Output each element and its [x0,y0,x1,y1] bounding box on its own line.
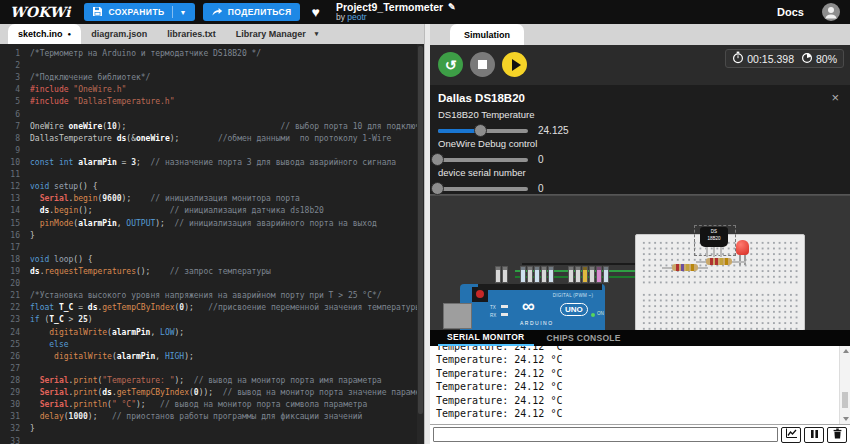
slider-thumb[interactable] [474,124,487,137]
code-editor[interactable]: 1/*Термометр на Arduino и термодатчике D… [0,44,424,444]
wire-terminal[interactable] [582,266,588,283]
diagram-canvas[interactable]: DIGITAL (PWM ~) ∞ UNO ARDUINO TX RX ON [430,195,850,330]
monitor-tab-serial-monitor[interactable]: SERIAL MONITOR [438,330,534,346]
red-led[interactable] [736,240,749,255]
pin-header[interactable] [478,284,602,290]
wokwi-logo[interactable]: WOKWi [10,4,70,20]
file-tab-libraries-txt[interactable]: libraries.txt [157,24,226,44]
code-line[interactable]: 22float T_C = ds.getTempCByIndex(0); //п… [0,302,424,314]
slider-track[interactable] [438,129,528,133]
code-line[interactable]: 28 Serial.print("Temperature: "); // выв… [0,375,424,387]
chevron-down-icon[interactable]: ▼ [180,9,187,16]
monitor-tab-bar: SERIAL MONITORCHIPS CONSOLE [430,330,850,346]
simulation-toolbar: ↺ 00:15.398 [430,45,850,85]
usb-connector [443,303,472,329]
code-line[interactable]: 13 Serial.begin(9600); // инициализация … [0,193,424,205]
code-line[interactable]: 18void loop() { [0,254,424,266]
clear-output-button[interactable] [827,427,847,443]
code-line[interactable]: 25 else [0,339,424,351]
save-button[interactable]: СОХРАНИТЬ ▼ [84,3,194,21]
code-line[interactable]: 9 [0,145,424,157]
code-line[interactable]: 16} [0,230,424,242]
code-line[interactable]: 21/*Установка высокого уровня напряжения… [0,290,424,302]
code-line[interactable]: 33 [0,436,424,444]
author-link[interactable]: peotr [347,12,366,22]
slider-thumb[interactable] [431,153,444,166]
line-number: 23 [0,314,30,326]
slider-track[interactable] [438,158,528,162]
file-tab-diagram-json[interactable]: diagram.json [81,24,157,44]
code-line[interactable]: 10const int alarmPin = 3; // назначение … [0,157,424,169]
code-line[interactable]: 12void setup() { [0,181,424,193]
wire-terminal[interactable] [495,266,501,283]
code-line[interactable]: 29 Serial.print(ds.getTempCByIndex(0)); … [0,387,424,399]
close-icon[interactable]: × [828,90,842,105]
code-line[interactable]: 14 ds.begin(); // инициализация датчика … [0,205,424,217]
wire-terminal[interactable] [596,266,602,283]
pause-output-button[interactable] [804,427,824,443]
slider-value: 24.125 [538,125,569,136]
resistor-1[interactable] [672,264,698,271]
wire-terminal[interactable] [548,266,554,283]
play-button[interactable] [502,52,527,77]
code-line[interactable]: 2 [0,60,424,72]
code-line[interactable]: 17 [0,242,424,254]
avatar[interactable] [822,3,840,21]
scrollbar-thumb[interactable] [842,392,848,408]
code-line[interactable]: 30 Serial.println(" °C"); // вывод на мо… [0,399,424,411]
code-text: ds.begin(); // инициализация датчика ds1… [30,205,424,217]
tab-simulation[interactable]: Simulation [450,24,524,45]
stop-button[interactable] [470,52,495,77]
code-line[interactable]: 3/*Подключение библиотек*/ [0,72,424,84]
serial-scrollbar[interactable] [839,346,850,424]
slider-thumb[interactable] [431,182,444,195]
plot-button[interactable] [781,427,801,443]
reset-button[interactable] [476,290,484,298]
code-line[interactable]: 4#include "OneWire.h" [0,84,424,96]
share-button[interactable]: ПОДЕЛИТЬСЯ [203,3,300,21]
code-line[interactable]: 6 [0,109,424,121]
wire-terminal[interactable] [541,266,547,283]
code-line[interactable]: 19ds.requestTemperatures(); // запрос те… [0,266,424,278]
docs-link[interactable]: Docs [777,6,804,18]
floppy-icon [92,6,103,19]
wire-terminal[interactable] [527,266,533,283]
scroll-up-icon[interactable] [843,349,849,353]
heart-icon[interactable]: ♥ [312,4,320,20]
resistor-2[interactable] [706,258,732,265]
wire-terminal[interactable] [589,266,595,283]
serial-output[interactable]: Temperature: 24.12 °CTemperature: 24.12 … [430,346,850,424]
code-line[interactable]: 8DallasTemperature ds(&oneWire); //обмен… [0,133,424,145]
wire-terminal[interactable] [502,266,508,283]
serial-input[interactable] [433,427,778,442]
slider-track[interactable] [438,187,528,191]
wire-terminal[interactable] [520,266,526,283]
code-line[interactable]: 31 delay(1000); // приостанов работы про… [0,411,424,423]
editor-scrollbar[interactable] [417,44,424,444]
code-line[interactable]: 32} [0,423,424,435]
scroll-down-icon[interactable] [843,417,849,421]
code-line[interactable]: 5#include "DallasTemperature.h" [0,96,424,108]
code-text: digitalWrite(alarmPin, LOW); [30,327,424,339]
code-line[interactable]: 7OneWire oneWire(10); // выбор порта 10 … [0,121,424,133]
ds18b20-sensor[interactable]: DS 18B20 [700,227,728,247]
code-line[interactable]: 11 [0,169,424,181]
monitor-tab-chips-console[interactable]: CHIPS CONSOLE [538,330,630,346]
code-line[interactable]: 24 digitalWrite(alarmPin, LOW); [0,327,424,339]
code-line[interactable]: 27 [0,363,424,375]
wire-terminal[interactable] [575,266,581,283]
code-line[interactable]: 23if (T_C > 25) [0,314,424,326]
edit-pencil-icon[interactable]: ✎ [448,2,456,12]
code-line[interactable]: 15 pinMode(alarmPin, OUTPUT); // инициал… [0,218,424,230]
tx-led [501,305,508,308]
code-line[interactable]: 1/*Термометр на Arduino и термодатчике D… [0,48,424,60]
wire-terminal[interactable] [568,266,574,283]
code-line[interactable]: 20 [0,278,424,290]
wire-terminal[interactable] [534,266,540,283]
restart-button[interactable]: ↺ [438,52,463,77]
wire-terminal[interactable] [603,266,609,283]
code-line[interactable]: 26 digitalWrite(alarmPin, HIGH); [0,351,424,363]
file-tab-library-manager[interactable]: Library Manager▾ [226,24,329,44]
file-tab-sketch-ino[interactable]: sketch.ino● [8,24,81,44]
code-text [30,436,424,444]
